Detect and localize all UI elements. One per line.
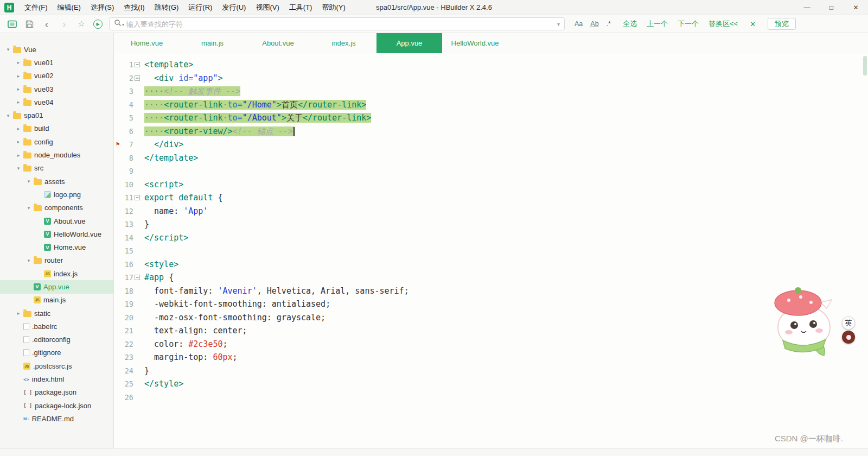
chevron-right-icon[interactable]: ▸ [15,86,22,92]
search-icon[interactable] [114,19,122,29]
find-previous-button[interactable]: 上一个 [647,19,668,29]
tree-item-assets[interactable]: ▾assets [0,175,113,188]
code-line[interactable]: 20 -moz-osx-font-smoothing: grayscale; [114,311,868,325]
menu-item[interactable]: 选择(S) [86,0,119,15]
tree-item-App.vue[interactable]: VApp.vue [0,280,113,293]
code-line[interactable]: 15 [114,244,868,258]
fold-marker-icon[interactable] [133,75,141,81]
code-line[interactable]: 10<script> [114,178,868,192]
menu-item[interactable]: 编辑(E) [53,0,86,15]
chevron-right-icon[interactable]: ▸ [15,99,22,105]
project-manager-icon[interactable] [5,17,18,30]
tree-item-.babelrc[interactable]: .babelrc [0,320,113,333]
fold-marker-icon[interactable] [133,62,141,67]
menu-item[interactable]: 视图(V) [251,0,284,15]
tree-item-Home.vue[interactable]: VHome.vue [0,240,113,254]
menu-item[interactable]: 跳转(G) [150,0,184,15]
tree-item-.gitignore[interactable]: .gitignore [0,346,113,359]
tree-item-node_modules[interactable]: ▸node_modules [0,148,113,161]
back-icon[interactable]: ‹ [40,17,53,30]
history-dropdown-icon[interactable]: ▾ [557,21,560,27]
chevron-down-icon[interactable]: ▾ [25,179,33,184]
forward-icon[interactable]: › [58,17,71,30]
preview-button[interactable]: 预览 [768,18,796,30]
tree-item-main.js[interactable]: JSmain.js [0,294,113,307]
code-line[interactable]: 9 [114,164,868,178]
code-line[interactable]: 17#app { [114,271,868,284]
chevron-right-icon[interactable]: ▸ [15,311,22,316]
tab-Home.vue[interactable]: Home.vue [114,33,180,53]
code-line[interactable]: 11export default { [114,191,868,205]
chevron-down-icon[interactable]: ▾ [15,166,22,171]
tree-item-.editorconfig[interactable]: .editorconfig [0,333,113,346]
tree-item-src[interactable]: ▾src [0,162,113,175]
menu-item[interactable]: 文件(F) [20,0,53,15]
code-line[interactable]: 1<template> [114,58,868,72]
app-logo-icon[interactable]: H [4,3,14,12]
tree-item-package.json[interactable]: [ ]package.json [0,386,113,399]
chevron-down-icon[interactable]: ▾ [4,47,12,52]
code-editor[interactable]: 1<template>2 <div id="app">3····<!-- 触发事… [114,53,868,448]
favorite-icon[interactable]: ☆ [75,17,88,30]
tree-item-index.js[interactable]: JSindex.js [0,267,113,280]
tree-item-spa01[interactable]: ▾spa01 [0,109,113,122]
chevron-right-icon[interactable]: ▸ [15,60,22,65]
menu-item[interactable]: 发行(U) [217,0,251,15]
code-line[interactable]: 21 text-align: center; [114,324,868,338]
menu-item[interactable]: 帮助(Y) [317,0,350,15]
minimize-button[interactable]: — [795,0,819,15]
tree-item-vue04[interactable]: ▸vue04 [0,96,113,109]
save-icon[interactable] [23,17,36,30]
tab-HelloWorld.vue[interactable]: HelloWorld.vue [442,33,508,53]
tree-item-Vue[interactable]: ▾Vue [0,43,113,56]
tab-index.js[interactable]: index.js [311,33,376,53]
fold-marker-icon[interactable] [133,275,141,280]
code-line[interactable]: 18 font-family: 'Avenir', Helvetica, Ari… [114,284,868,298]
code-line[interactable]: 2 <div id="app"> [114,72,868,85]
code-line[interactable]: 8</template> [114,151,868,165]
chevron-right-icon[interactable]: ▸ [15,126,22,131]
maximize-button[interactable]: □ [819,0,844,15]
tree-item-About.vue[interactable]: VAbout.vue [0,214,113,227]
chevron-down-icon[interactable]: ▾ [25,205,33,211]
chevron-right-icon[interactable]: ▸ [15,153,22,158]
tree-item-vue02[interactable]: ▸vue02 [0,69,113,83]
translate-badge[interactable]: 英 [842,316,855,330]
chevron-down-icon[interactable]: ▾ [25,258,33,263]
code-line[interactable]: 14</script> [114,231,868,245]
tree-item-.postcssrc.js[interactable]: JS.postcssrc.js [0,359,113,372]
tree-item-build[interactable]: ▸build [0,122,113,135]
chevron-down-icon[interactable]: ▾ [4,113,12,118]
close-find-icon[interactable]: ✕ [750,20,756,28]
whole-word-button[interactable]: Ab [590,20,598,28]
code-line[interactable]: 25</style> [114,377,868,391]
tree-item-router[interactable]: ▾router [0,254,113,267]
editor-scrollbar[interactable] [863,56,867,75]
menu-item[interactable]: 查找(I) [119,0,149,15]
code-line[interactable]: 4····<router-link·to="/Home">首页</router-… [114,98,868,112]
code-line[interactable]: 26 [114,391,868,404]
tab-main.js[interactable]: main.js [180,33,245,53]
code-line[interactable]: 19 -webkit-font-smoothing: antialiased; [114,297,868,311]
tree-item-vue03[interactable]: ▸vue03 [0,83,113,96]
code-line[interactable]: 23 margin-top: 60px; [114,351,868,364]
plugin-badge[interactable] [842,331,855,344]
toggle-replace-button[interactable]: 替换区<< [709,19,738,29]
code-line[interactable]: 6····<router-view/><!-- 锚点 --> [114,125,868,138]
tree-item-vue01[interactable]: ▸vue01 [0,56,113,69]
menu-item[interactable]: 运行(R) [183,0,217,15]
select-all-matches-button[interactable]: 全选 [623,19,637,29]
close-button[interactable]: ✕ [844,0,868,15]
find-input[interactable] [126,20,557,28]
search-mode-dropdown-icon[interactable]: ▾ [122,22,124,27]
tree-item-logo.png[interactable]: logo.png [0,188,113,201]
find-next-button[interactable]: 下一个 [678,19,699,29]
run-icon[interactable]: ▶ [93,20,103,29]
tree-item-HelloWorld.vue[interactable]: VHelloWorld.vue [0,227,113,240]
code-line[interactable]: 16<style> [114,258,868,271]
tree-item-config[interactable]: ▸config [0,135,113,148]
tab-App.vue[interactable]: App.vue [376,33,442,53]
menu-item[interactable]: 工具(T) [284,0,317,15]
fold-marker-icon[interactable] [133,195,141,200]
tree-item-package-lock.json[interactable]: [ ]package-lock.json [0,399,113,412]
